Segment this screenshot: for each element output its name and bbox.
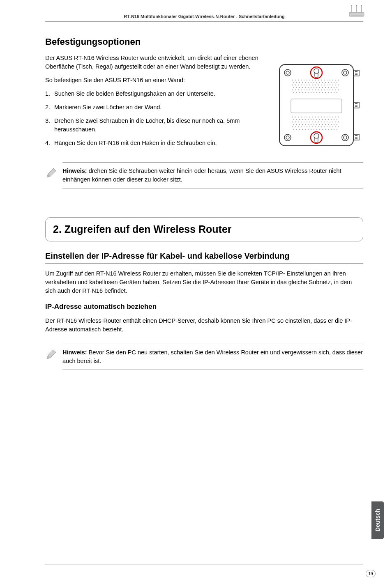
router-product-icon — [347, 5, 366, 19]
pencil-icon — [45, 349, 57, 363]
svg-point-217 — [328, 129, 329, 130]
svg-point-14 — [286, 136, 289, 139]
svg-point-9 — [284, 69, 291, 76]
svg-point-91 — [301, 90, 302, 90]
svg-point-125 — [301, 117, 302, 117]
svg-point-192 — [304, 126, 304, 127]
svg-point-210 — [308, 129, 309, 130]
svg-point-36 — [332, 80, 333, 80]
svg-point-13 — [284, 134, 291, 141]
svg-point-188 — [292, 126, 293, 127]
note-text-2: Bevor Sie den PC neu starten, schalten S… — [62, 349, 363, 364]
svg-point-99 — [324, 90, 325, 90]
svg-point-73 — [296, 87, 297, 88]
svg-point-31 — [318, 80, 319, 80]
ip-auto-heading: IP-Adresse automatisch beziehen — [45, 303, 363, 311]
svg-point-126 — [304, 117, 304, 117]
svg-point-81 — [319, 87, 320, 88]
svg-point-193 — [307, 126, 307, 127]
svg-point-196 — [315, 126, 316, 127]
svg-point-72 — [293, 87, 294, 88]
note-label-2: Hinweis: — [62, 349, 87, 356]
svg-point-67 — [327, 85, 327, 85]
svg-point-106 — [296, 92, 297, 93]
svg-point-174 — [299, 124, 300, 125]
svg-point-123 — [295, 117, 296, 117]
svg-point-139 — [293, 119, 294, 120]
svg-point-160 — [307, 122, 307, 122]
svg-point-25 — [301, 80, 302, 80]
svg-point-173 — [296, 124, 297, 125]
mounting-intro-1: Der ASUS RT-N16 Wireless Router wurde en… — [45, 54, 269, 71]
svg-point-26 — [304, 80, 304, 80]
svg-point-5 — [356, 5, 357, 6]
svg-point-29 — [312, 80, 313, 80]
svg-point-69 — [332, 85, 333, 85]
svg-point-87 — [337, 87, 337, 88]
svg-point-124 — [298, 117, 299, 117]
svg-point-207 — [299, 129, 300, 130]
header-bar: RT-N16 Multifunktionaler Gigabit-Wireles… — [45, 12, 363, 22]
svg-point-43 — [305, 82, 306, 83]
svg-point-179 — [314, 124, 314, 125]
svg-point-11 — [342, 69, 348, 76]
footer-rule — [45, 565, 363, 565]
svg-point-33 — [324, 80, 325, 80]
svg-point-104 — [338, 90, 339, 90]
svg-point-44 — [308, 82, 309, 83]
svg-point-41 — [299, 82, 300, 83]
ip-paragraph-2: Der RT-N16 Wireless-Router enthält einen… — [45, 317, 363, 334]
svg-point-181 — [319, 124, 320, 125]
svg-point-204 — [338, 126, 339, 127]
svg-point-145 — [311, 119, 311, 120]
svg-point-6 — [361, 5, 362, 6]
svg-point-96 — [315, 90, 316, 90]
step-1: 1.Suchen Sie die beiden Befestigungshake… — [45, 90, 269, 98]
svg-point-170 — [335, 122, 336, 122]
svg-point-199 — [324, 126, 325, 127]
svg-point-189 — [295, 126, 296, 127]
svg-point-185 — [331, 124, 332, 125]
svg-point-93 — [307, 90, 307, 90]
mounting-steps-list: 1.Suchen Sie die beiden Befestigungshake… — [45, 90, 269, 147]
svg-point-184 — [328, 124, 329, 125]
ip-subheading: Einstellen der IP-Adresse für Kabel- und… — [45, 251, 363, 264]
svg-point-155 — [292, 122, 293, 122]
svg-point-10 — [286, 71, 289, 74]
svg-point-98 — [321, 90, 322, 90]
svg-point-209 — [305, 129, 306, 130]
svg-point-56 — [295, 85, 296, 85]
svg-point-103 — [335, 90, 336, 90]
svg-point-63 — [315, 85, 316, 85]
svg-point-182 — [322, 124, 323, 125]
svg-point-42 — [302, 82, 303, 83]
svg-point-27 — [307, 80, 307, 80]
svg-point-85 — [331, 87, 332, 88]
svg-point-115 — [322, 92, 323, 93]
svg-point-162 — [312, 122, 313, 122]
svg-point-201 — [330, 126, 330, 127]
svg-point-133 — [324, 117, 325, 117]
svg-point-108 — [302, 92, 303, 93]
svg-point-4 — [351, 5, 352, 6]
svg-point-156 — [295, 122, 296, 122]
svg-rect-7 — [351, 15, 362, 16]
svg-point-16 — [344, 136, 347, 139]
svg-point-202 — [332, 126, 333, 127]
svg-point-194 — [309, 126, 310, 127]
svg-point-141 — [299, 119, 300, 120]
svg-rect-121 — [291, 99, 342, 113]
svg-point-57 — [298, 85, 299, 85]
svg-point-62 — [312, 85, 313, 85]
svg-point-37 — [335, 80, 336, 80]
svg-point-153 — [334, 119, 334, 120]
svg-point-161 — [309, 122, 310, 122]
svg-point-79 — [314, 87, 314, 88]
svg-point-187 — [337, 124, 337, 125]
pencil-icon — [45, 168, 57, 181]
svg-point-78 — [311, 87, 311, 88]
svg-point-66 — [324, 85, 325, 85]
svg-point-206 — [296, 129, 297, 130]
svg-point-70 — [335, 85, 336, 85]
svg-point-131 — [318, 117, 319, 117]
